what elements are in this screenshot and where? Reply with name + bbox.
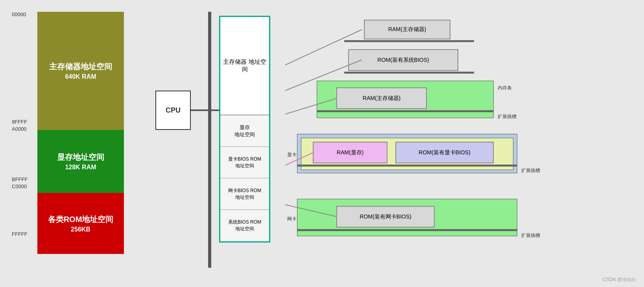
addr-00000: 00000 [12,12,35,17]
ram-main-label: RAM(主存储器) [388,26,426,33]
addr-space-column: 主存储器 地址空间 显存地址空间 显卡BIOS ROM地址空间 网卡BIOS R… [219,16,270,243]
rom-vga-box: ROM(装有显卡BIOS) [395,142,494,163]
ram-main2-box: RAM(主存储器) [336,87,427,109]
kuozhan-label-1: 扩展插槽 [498,113,517,120]
rom-net-box: ROM(装有网卡BIOS) [336,206,435,228]
cpu-label: CPU [166,106,181,115]
main-container: 00000 9FFFF A0000 BFFFF C0000 FFFFF 主存储器… [0,0,644,287]
rom-block: 各类ROM地址空间 256KB [37,193,124,254]
slot1-hline [317,110,494,112]
addr-FFFFF: FFFFF [12,231,35,237]
ram-block-sub: 640K RAM [65,73,96,80]
bus-to-col-line [211,109,219,111]
rom-vga-label: ROM(装有显卡BIOS) [419,149,470,156]
addr-seg-sysbios: 系统BIOS ROM地址空间 [220,210,269,241]
addr-seg-display-text: 显存地址空间 [234,124,255,138]
addr-C0000: C0000 [12,184,35,189]
vram-block-title: 显存地址空间 [57,152,104,162]
rom-bios-label: ROM(装有系统BIOS) [377,57,429,64]
addr-seg-vgabios-text: 显卡BIOS ROM地址空间 [228,156,261,169]
rom-net-label: ROM(装有网卡BIOS) [360,213,411,220]
vram-block: 显存地址空间 128K RAM [37,130,124,193]
addr-seg-main-text: 主存储器 地址空间 [222,58,267,73]
addr-seg-display: 显存地址空间 [220,115,269,147]
ram-display-label: RAM(显存) [337,149,364,156]
address-diagram: 00000 9FFFF A0000 BFFFF C0000 FFFFF 主存储器… [12,12,124,254]
rom-block-sub: 256KB [71,226,90,233]
rom-block-title: 各类ROM地址空间 [48,214,114,224]
cpu-box: CPU [155,91,191,130]
wangka-label: 网卡 [287,216,297,222]
watermark: CSDN @冷白白 [602,276,636,283]
ram-block: 主存储器地址空间 640K RAM [37,12,124,130]
addr-9FFFF: 9FFFF [12,119,35,124]
kuozhan-label-2: 扩展插槽 [521,167,540,174]
ram-main-hline [344,40,474,42]
ram-main2-label: RAM(主存储器) [363,95,400,102]
addr-BFFFF: BFFFF [12,177,35,182]
addr-A0000: A0000 [12,126,35,131]
ram-block-title: 主存储器地址空间 [49,61,112,72]
neicutiao-label: 内存条 [498,85,512,91]
ram-display-box: RAM(显存) [313,142,388,163]
net-hline [297,229,517,231]
kuozhan-label-3: 扩展插槽 [521,232,540,239]
cpu-bus-line [191,109,209,111]
bus-line [208,12,211,268]
addr-seg-sysbios-text: 系统BIOS ROM地址空间 [228,219,261,232]
addr-seg-netbios: 网卡BIOS ROM地址空间 [220,178,269,210]
rom-bios-box: ROM(装有系统BIOS) [348,49,458,71]
xiankan-label: 显卡 [287,152,297,158]
gpu-hline [297,165,517,167]
vram-block-sub: 128K RAM [65,164,96,171]
rom-bios-hline [344,72,474,74]
addr-seg-main: 主存储器 地址空间 [220,17,269,115]
right-section: RAM(主存储器) ROM(装有系统BIOS) RAM(主存储器) 内存条 扩展… [285,12,561,272]
ram-main-box: RAM(主存储器) [364,20,450,39]
addr-seg-netbios-text: 网卡BIOS ROM地址空间 [228,187,261,201]
addr-seg-vgabios: 显卡BIOS ROM地址空间 [220,147,269,178]
memory-blocks: 主存储器地址空间 640K RAM 显存地址空间 128K RAM 各类ROM地… [37,12,124,254]
address-labels: 00000 9FFFF A0000 BFFFF C0000 FFFFF [12,12,35,254]
